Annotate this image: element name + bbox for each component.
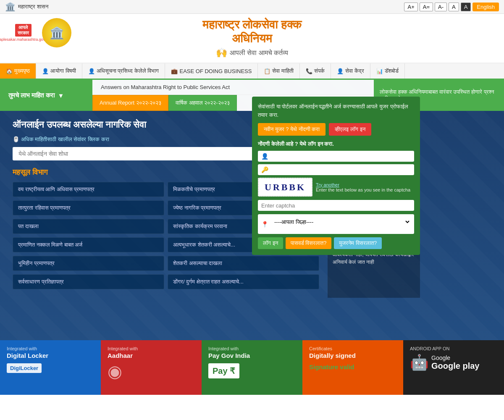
digilocker-icon: DigiLocker <box>7 363 42 373</box>
ashoka-emblem-icon: 🏛️ <box>5 2 16 12</box>
login-action-buttons: लॉग इन पासवर्ड विसरलात? युजरनेम विसरलात? <box>258 237 414 249</box>
paygov-icon: Pay ₹ <box>208 363 239 378</box>
paygov-label: Integrated with <box>208 346 239 351</box>
cursor-icon: 🖱️ <box>13 136 19 142</box>
footer-googleplay[interactable]: ANDROID APP ON 🤖 Google Google play <box>403 340 504 395</box>
dvl-login-button[interactable]: व्हीएलइ लॉग इन <box>329 123 371 136</box>
nav-about-label: आयोगा विषयी <box>50 68 76 74</box>
font-reset-button[interactable]: A= <box>420 3 433 11</box>
main-nav: 🏠 मुख्यपृष्ठ 👤 आयोगा विषयी 👤 अधिसूचना प्… <box>0 63 504 80</box>
nav-ease-business[interactable]: 💼 EASE OF DOING BUSINESS <box>165 63 258 79</box>
govt-seal-icon: 🏛️ <box>50 26 64 40</box>
nav-home-label: मुख्यपृष्ठ <box>14 68 30 74</box>
aadhaar-logo-icon: ◉ <box>108 362 122 381</box>
login-top-buttons: नवीन युजर ? येथे नोंदणी करा व्हीएलइ लॉग … <box>258 123 414 136</box>
nav-center-label: सेवा केंद्र <box>345 68 364 74</box>
home-icon: 🏠 <box>6 68 13 74</box>
dashboard-icon: 📊 <box>376 68 383 74</box>
font-size-controls: A+ A= A- A A English <box>404 3 499 11</box>
site-title-line2: अधिनियम <box>202 32 302 46</box>
header-subtitle-text: आपली सेवा आमचे कर्तव्य <box>230 49 288 57</box>
font-normal-button[interactable]: A <box>449 3 459 11</box>
english-language-button[interactable]: English <box>472 3 499 11</box>
paygov-icon-text: Pay ₹ <box>213 366 235 375</box>
captcha-row: URBBK Try another Enter the text below a… <box>258 178 414 197</box>
forgot-username-button[interactable]: युजरनेम विसरलात? <box>334 237 382 249</box>
font-large-button[interactable]: A <box>461 3 471 11</box>
aple-sarkar-logo: आपलेसरकार aaplesakar.maharashtra.gov.in <box>8 24 38 42</box>
paygov-title: Pay Gov India <box>208 352 250 359</box>
username-field[interactable]: 👤 <box>258 151 414 162</box>
district-select[interactable]: ----आपला जिल्हा---- <box>270 216 411 228</box>
playstore-label: ANDROID APP ON <box>410 346 450 351</box>
nav-ease-label: EASE OF DOING BUSINESS <box>179 68 252 74</box>
nav-notified-depts[interactable]: 👤 अधिसूचना प्रसिध्द केलेले विभाग <box>82 63 165 79</box>
service-icon: 📋 <box>264 68 270 74</box>
digilocker-title: Digital Locker <box>7 352 48 359</box>
nav-home[interactable]: 🏠 मुख्यपृष्ठ <box>0 63 36 79</box>
captcha-input[interactable] <box>261 202 411 209</box>
benefits-label: तुमचे लाभ माहित करा <box>8 92 55 99</box>
location-icon: 📍 <box>261 221 268 228</box>
briefcase-icon: 💼 <box>171 68 178 74</box>
aadhaar-label: Integrated with <box>108 346 138 351</box>
footer-digilocker: Integrated with Digital Locker DigiLocke… <box>0 340 101 395</box>
service-item-9[interactable]: भूमिहीन प्रमाणपत्र <box>13 256 164 271</box>
nav-contact[interactable]: 📞 संपर्क <box>300 63 331 79</box>
register-button[interactable]: नवीन युजर ? येथे नोंदणी करा <box>258 123 326 136</box>
font-decrease-button[interactable]: A- <box>435 3 447 11</box>
nav-notified-label: अधिसूचना प्रसिध्द केलेले विभाग <box>97 68 159 74</box>
nav-service-info[interactable]: 📋 सेवा माहिती <box>258 63 300 79</box>
playstore-logo-row: 🤖 Google Google play <box>410 354 479 371</box>
nav-contact-label: संपर्क <box>314 68 325 74</box>
phone-icon: 📞 <box>306 68 312 74</box>
service-item-5[interactable]: पत दाखला <box>13 219 164 234</box>
dropdown-link-1[interactable]: Answers on Maharashtra Right to Public S… <box>92 80 374 95</box>
digilocker-icon-text: DigiLocker <box>10 365 38 371</box>
service-item-11[interactable]: सर्वसाधारण प्रतिज्ञापत्र <box>13 274 164 289</box>
cert-valid-text: Signature valid <box>309 363 354 370</box>
service-item-10[interactable]: शेतकरी असल्याचा दाखला <box>168 256 319 271</box>
site-header: आपलेसरकार aaplesakar.maharashtra.gov.in … <box>0 14 504 63</box>
footer-paygov: Integrated with Pay Gov India Pay ₹ <box>202 340 302 395</box>
try-another-link[interactable]: Try another <box>316 182 410 187</box>
info-icon: 👤 <box>42 68 49 74</box>
nav-about[interactable]: 👤 आयोगा विषयी <box>36 63 82 79</box>
service-item-3[interactable]: तात्पुरता रहिवास प्रमाणपत्र <box>13 200 164 215</box>
password-field[interactable]: 🔑 <box>258 164 414 175</box>
annual-report-orange[interactable]: Annual Report २०२२-२०२३ <box>92 95 168 111</box>
captcha-image: URBBK <box>258 178 312 197</box>
captcha-info: Try another Enter the text below as you … <box>316 182 410 192</box>
playstore-title: Google <box>431 354 479 361</box>
service-item-7[interactable]: प्रमाणित नक्कल मिळणे बाबत अर्ज <box>13 237 164 252</box>
top-bar: 🏛️ महाराष्ट्र शासन A+ A= A- A A English <box>0 0 504 14</box>
font-increase-button[interactable]: A+ <box>404 3 417 11</box>
district-field[interactable]: 📍 ----आपला जिल्हा---- <box>258 214 414 234</box>
login-submit-button[interactable]: लॉग इन <box>258 237 283 249</box>
forgot-password-button[interactable]: पासवर्ड विसरलात? <box>286 237 332 249</box>
state-name-label: महाराष्ट्र शासन <box>18 3 48 10</box>
nav-service-center[interactable]: 👤 सेवा केंद्र <box>331 63 370 79</box>
login-panel: सेवांसाठी या पोर्टलवर ऑनलाईन पद्धतीने अर… <box>252 97 420 255</box>
password-input[interactable] <box>271 167 411 173</box>
username-input[interactable] <box>271 153 411 160</box>
digilocker-label: Integrated with <box>7 346 37 351</box>
service-item-1[interactable]: वय राष्ट्रीयत्व आणि अधिवास प्रमाणपत्र <box>13 182 164 197</box>
service-item-12[interactable]: डोंगर/ दुर्गम क्षेत्रात राहत असल्याचे... <box>168 274 319 289</box>
captcha-instruction: Enter the text below as you see in the c… <box>316 187 410 192</box>
cert-label: Certificates <box>309 346 332 351</box>
captcha-input-field[interactable] <box>258 200 414 211</box>
govt-seal-logo: 🏛️ <box>42 18 71 47</box>
footer-aadhaar: Integrated with Aadhaar ◉ <box>101 340 202 395</box>
annual-report-green[interactable]: वार्षिक अहवाल २०२२-२०२३ <box>168 95 237 111</box>
nav-dashboard[interactable]: 📊 डॅशबोर्ड <box>370 63 405 79</box>
key-icon: 🔑 <box>261 166 268 173</box>
chevron-down-icon: ▼ <box>58 92 64 99</box>
android-robot-icon: 🤖 <box>410 354 429 371</box>
digilocker-logo: DigiLocker <box>7 363 42 373</box>
hands-icon: 🙌 <box>216 47 227 58</box>
dept-icon: 👤 <box>88 68 95 74</box>
benefits-dropdown-button[interactable]: तुमचे लाभ माहित करा ▼ <box>0 80 92 111</box>
user-icon: 👤 <box>261 153 268 160</box>
nav-dashboard-label: डॅशबोर्ड <box>385 68 399 74</box>
